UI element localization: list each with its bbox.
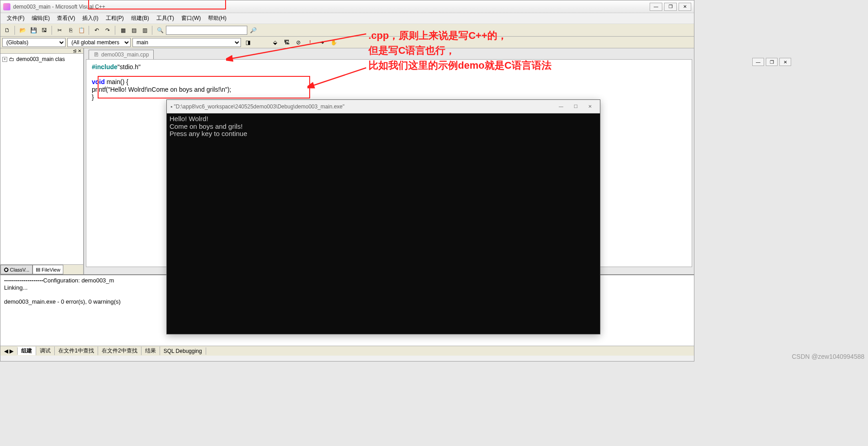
folder-icon: 🗀 <box>9 56 14 62</box>
new-file-icon[interactable]: 🗋 <box>2 25 12 35</box>
class-tree[interactable]: + 🗀 demo003_main clas <box>0 54 83 264</box>
watermark: CSDN @zew1040994588 <box>792 353 864 360</box>
sidebar: ⊴ ✕ + 🗀 demo003_main clas 🞇 ClassV... ▤ … <box>0 48 84 274</box>
close-button[interactable]: ✕ <box>679 3 691 11</box>
open-icon[interactable]: 📂 <box>18 25 28 35</box>
separator <box>115 26 116 35</box>
menu-window[interactable]: 窗口(W) <box>179 14 203 23</box>
console-titlebar: ▪ "D:\app8\vc6_workspace\240525demo003\D… <box>167 100 600 113</box>
separator <box>152 26 153 35</box>
copy-icon[interactable]: ⎘ <box>66 25 75 35</box>
output-tab-find1[interactable]: 在文件1中查找 <box>55 347 98 355</box>
cut-icon[interactable]: ✂ <box>55 25 65 35</box>
expand-icon[interactable]: + <box>2 57 7 62</box>
output-tab-debug[interactable]: 调试 <box>36 347 55 355</box>
output-tab-find2[interactable]: 在文件2中查找 <box>98 347 142 355</box>
output-tab-sql[interactable]: SQL Debugging <box>160 347 206 355</box>
separator <box>89 26 90 35</box>
menu-view[interactable]: 查看(V) <box>54 14 78 23</box>
undo-icon[interactable]: ↶ <box>92 25 102 35</box>
output-tab-build[interactable]: 组建 <box>18 347 36 355</box>
workspace-icon[interactable]: ▦ <box>118 25 128 35</box>
search-icon[interactable]: 🔎 <box>248 25 258 35</box>
output-nav[interactable]: ◀ ▶ <box>0 347 18 355</box>
output-tabs: ◀ ▶ 组建 调试 在文件1中查找 在文件2中查找 结果 SQL Debuggi… <box>0 346 694 356</box>
scope-combo[interactable]: (Globals) <box>2 38 66 47</box>
menu-edit[interactable]: 编辑(E) <box>29 14 52 23</box>
classview-icon: 🞇 <box>4 267 9 272</box>
find-icon[interactable]: 🔍 <box>155 25 165 35</box>
minimize-button[interactable]: — <box>650 3 662 11</box>
mdi-controls: — ❐ ✕ <box>752 58 791 66</box>
app-icon <box>3 3 10 10</box>
menu-project[interactable]: 工程(P) <box>103 14 127 23</box>
menu-file[interactable]: 文件(F) <box>4 14 27 23</box>
console-output[interactable]: Hello! Wolrd! Come on boys and grils! Pr… <box>167 113 600 140</box>
tree-root-label: demo003_main clas <box>16 56 65 62</box>
menubar: 文件(F) 编辑(E) 查看(V) 插入(I) 工程(P) 组建(B) 工具(T… <box>0 13 694 24</box>
class-toolbar: (Globals) (All global members main ◨ ⬙ 🏗… <box>0 37 694 48</box>
stop-build-icon[interactable]: ⊘ <box>293 38 303 47</box>
menu-insert[interactable]: 插入(I) <box>80 14 101 23</box>
output-icon[interactable]: ▤ <box>129 25 139 35</box>
sidebar-header: ⊴ ✕ <box>0 48 83 54</box>
wizard-icon[interactable]: ◨ <box>243 38 253 47</box>
file-icon: 🖹 <box>94 52 99 58</box>
separator <box>52 26 52 35</box>
tab-classview[interactable]: 🞇 ClassV... <box>0 265 33 274</box>
editor-tab[interactable]: 🖹 demo003_main.cpp <box>89 50 154 59</box>
compile-icon[interactable]: ⬙ <box>270 38 280 47</box>
window-list-icon[interactable]: ▥ <box>140 25 150 35</box>
output-config: Configuration: demo003_m <box>43 277 114 284</box>
separator <box>14 26 15 35</box>
output-tab-results[interactable]: 结果 <box>142 347 160 355</box>
console-close[interactable]: ✕ <box>584 103 596 111</box>
redo-icon[interactable]: ↷ <box>103 25 113 35</box>
build-icon[interactable]: 🏗 <box>282 38 292 47</box>
output-linking: Linking... <box>4 284 28 291</box>
function-combo[interactable]: main <box>132 38 241 47</box>
mdi-maximize[interactable]: ❐ <box>766 58 778 66</box>
fileview-icon: ▤ <box>36 267 40 272</box>
find-combo[interactable] <box>166 26 247 35</box>
go-icon[interactable]: ➔ <box>317 38 327 47</box>
output-result: demo003_main.exe - 0 error(s), 0 warning… <box>4 298 121 305</box>
paste-icon[interactable]: 📋 <box>76 25 86 35</box>
save-icon[interactable]: 💾 <box>28 25 38 35</box>
console-minimize[interactable]: — <box>555 103 567 111</box>
toolbar: 🗋 📂 💾 🖫 ✂ ⎘ 📋 ↶ ↷ ▦ ▤ ▥ 🔍 🔎 <box>0 24 694 37</box>
window-controls: — ❐ ✕ <box>650 3 691 11</box>
console-window: ▪ "D:\app8\vc6_workspace\240525demo003\D… <box>166 99 600 334</box>
menu-help[interactable]: 帮助(H) <box>205 14 229 23</box>
execute-icon[interactable]: ! <box>305 38 315 47</box>
annotation-text: .cpp，原则上来说是写C++的， 但是写C语言也行， 比如我们这里的示例dem… <box>368 28 552 73</box>
sidebar-tabs: 🞇 ClassV... ▤ FileView <box>0 264 83 274</box>
mdi-minimize[interactable]: — <box>752 58 764 66</box>
console-maximize[interactable]: ☐ <box>569 103 582 111</box>
output-dash: -------------------- <box>4 277 43 284</box>
tab-fileview[interactable]: ▤ FileView <box>33 265 63 274</box>
members-combo[interactable]: (All global members <box>67 38 131 47</box>
menu-build[interactable]: 组建(B) <box>128 14 152 23</box>
menu-tools[interactable]: 工具(T) <box>154 14 177 23</box>
save-all-icon[interactable]: 🖫 <box>39 25 49 35</box>
window-title: demo003_main - Microsoft Visual C++ <box>13 4 650 10</box>
editor-tab-label: demo003_main.cpp <box>101 52 149 58</box>
titlebar: demo003_main - Microsoft Visual C++ — ❐ … <box>0 0 694 13</box>
maximize-button[interactable]: ❐ <box>664 3 677 11</box>
tree-root[interactable]: + 🗀 demo003_main clas <box>2 56 81 63</box>
breakpoint-icon[interactable]: ✋ <box>329 38 339 47</box>
console-title: "D:\app8\vc6_workspace\240525demo003\Deb… <box>174 103 555 110</box>
console-icon: ▪ <box>170 103 172 110</box>
mdi-close[interactable]: ✕ <box>779 58 791 66</box>
